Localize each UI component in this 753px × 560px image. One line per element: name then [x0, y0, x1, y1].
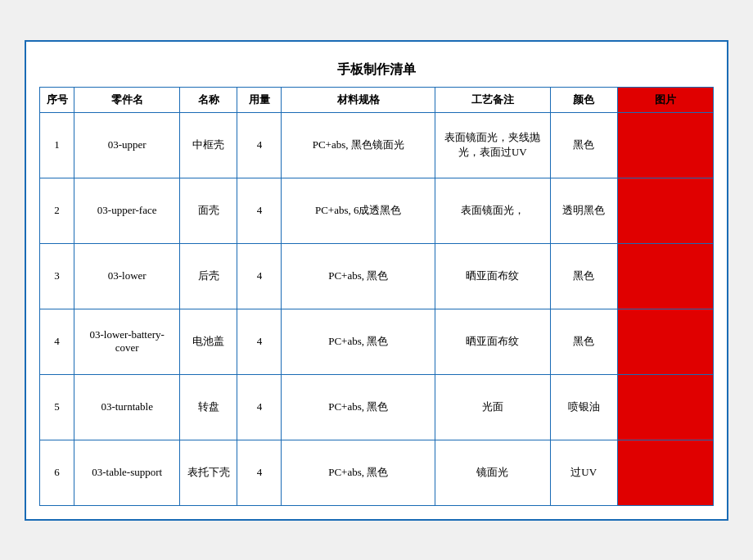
- cell-seq: 3: [40, 243, 74, 309]
- table-row: 203-upper-face面壳4PC+abs, 6成透黑色表面镜面光，透明黑色: [40, 178, 714, 243]
- cell-name: 后壳: [180, 243, 237, 309]
- header-row: 序号 零件名 名称 用量 材料规格 工艺备注 颜色 图片: [40, 87, 714, 112]
- table-row: 503-turntable转盘4PC+abs, 黑色光面喷银油: [40, 374, 714, 440]
- cell-name: 电池盖: [180, 309, 237, 374]
- cell-color: 过UV: [550, 440, 617, 505]
- cell-seq: 1: [40, 112, 74, 178]
- cell-image: [617, 178, 713, 243]
- header-name: 名称: [180, 87, 237, 112]
- header-seq: 序号: [40, 87, 74, 112]
- cell-name: 面壳: [180, 178, 237, 243]
- table-row: 103-upper中框壳4PC+abs, 黑色镜面光表面镜面光，夹线抛光，表面过…: [40, 112, 714, 178]
- header-material: 材料规格: [282, 87, 435, 112]
- cell-part: 03-lower-battery-cover: [74, 309, 180, 374]
- cell-process: 光面: [435, 374, 550, 440]
- cell-name: 转盘: [180, 374, 237, 440]
- cell-process: 表面镜面光，: [435, 178, 550, 243]
- table-row: 303-lower后壳4PC+abs, 黑色晒亚面布纹黑色: [40, 243, 714, 309]
- cell-color: 黑色: [550, 112, 617, 178]
- cell-color: 透明黑色: [550, 178, 617, 243]
- cell-qty: 4: [237, 309, 282, 374]
- table-row: 603-table-support表托下壳4PC+abs, 黑色镜面光过UV: [40, 440, 714, 505]
- cell-part: 03-upper: [74, 112, 180, 178]
- cell-material: PC+abs, 黑色: [282, 309, 435, 374]
- cell-process: 晒亚面布纹: [435, 243, 550, 309]
- table-title: 手板制作清单: [39, 55, 714, 87]
- main-table: 序号 零件名 名称 用量 材料规格 工艺备注 颜色 图片 103-upper中框…: [39, 87, 714, 506]
- cell-color: 黑色: [550, 309, 617, 374]
- cell-color: 喷银油: [550, 374, 617, 440]
- cell-qty: 4: [237, 374, 282, 440]
- cell-material: PC+abs, 黑色: [282, 374, 435, 440]
- cell-color: 黑色: [550, 243, 617, 309]
- header-process: 工艺备注: [435, 87, 550, 112]
- cell-seq: 4: [40, 309, 74, 374]
- header-color: 颜色: [550, 87, 617, 112]
- cell-image: [617, 243, 713, 309]
- header-qty: 用量: [237, 87, 282, 112]
- header-part: 零件名: [74, 87, 180, 112]
- cell-seq: 5: [40, 374, 74, 440]
- cell-image: [617, 112, 713, 178]
- cell-qty: 4: [237, 178, 282, 243]
- page-container: 手板制作清单 序号 零件名 名称 用量 材料规格 工艺备注 颜色 图片 103-…: [25, 40, 728, 521]
- cell-part: 03-table-support: [74, 440, 180, 505]
- cell-part: 03-turntable: [74, 374, 180, 440]
- cell-material: PC+abs, 黑色镜面光: [282, 112, 435, 178]
- cell-part: 03-upper-face: [74, 178, 180, 243]
- cell-image: [617, 374, 713, 440]
- cell-qty: 4: [237, 243, 282, 309]
- cell-process: 表面镜面光，夹线抛光，表面过UV: [435, 112, 550, 178]
- table-row: 403-lower-battery-cover电池盖4PC+abs, 黑色晒亚面…: [40, 309, 714, 374]
- cell-part: 03-lower: [74, 243, 180, 309]
- cell-qty: 4: [237, 440, 282, 505]
- cell-name: 表托下壳: [180, 440, 237, 505]
- cell-image: [617, 309, 713, 374]
- header-image: 图片: [617, 87, 713, 112]
- cell-material: PC+abs, 黑色: [282, 440, 435, 505]
- cell-process: 镜面光: [435, 440, 550, 505]
- cell-qty: 4: [237, 112, 282, 178]
- cell-material: PC+abs, 6成透黑色: [282, 178, 435, 243]
- cell-name: 中框壳: [180, 112, 237, 178]
- cell-process: 晒亚面布纹: [435, 309, 550, 374]
- cell-image: [617, 440, 713, 505]
- cell-seq: 6: [40, 440, 74, 505]
- cell-seq: 2: [40, 178, 74, 243]
- cell-material: PC+abs, 黑色: [282, 243, 435, 309]
